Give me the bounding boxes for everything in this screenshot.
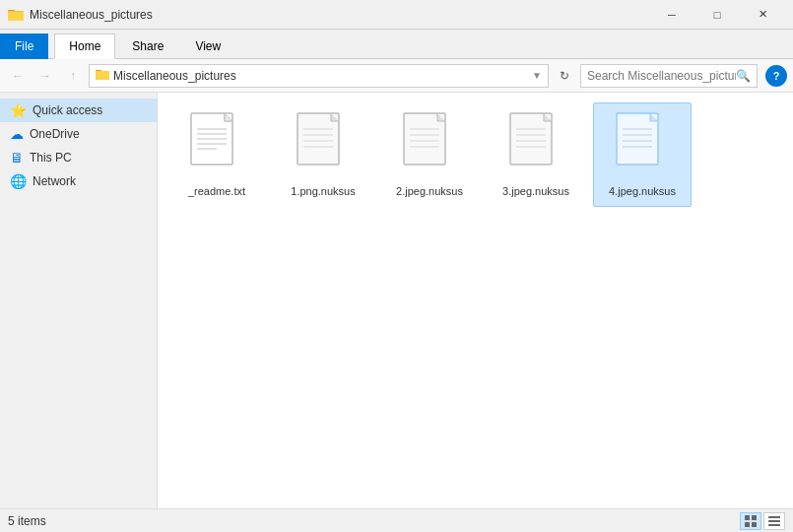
- svg-rect-48: [752, 515, 757, 520]
- svg-rect-2: [8, 12, 24, 21]
- svg-rect-49: [745, 522, 750, 527]
- close-button[interactable]: ✕: [740, 0, 785, 30]
- path-bar[interactable]: Miscellaneous_pictures ▼: [89, 64, 549, 88]
- file-item[interactable]: _readme.txt: [167, 102, 266, 207]
- sidebar-item-onedrive[interactable]: ☁ OneDrive: [0, 122, 157, 146]
- sidebar-item-network[interactable]: 🌐 Network: [0, 169, 157, 193]
- quick-access-icon: ⭐: [10, 102, 27, 118]
- maximize-button[interactable]: □: [694, 0, 740, 30]
- file-icon-nuksus1: [294, 111, 353, 180]
- file-item[interactable]: 1.png.nuksus: [274, 102, 372, 207]
- minimize-button[interactable]: ─: [649, 0, 694, 30]
- file-icon-nuksus2: [400, 111, 459, 180]
- window-title: Miscellaneous_pictures: [30, 8, 649, 22]
- tab-file[interactable]: File: [0, 33, 48, 59]
- path-dropdown[interactable]: ▼: [532, 70, 542, 81]
- file-name: _readme.txt: [188, 184, 245, 198]
- file-name: 3.jpeg.nuksus: [502, 184, 569, 198]
- file-area: _readme.txt 1.png.nuksus: [158, 93, 793, 508]
- file-icon-nuksus4: [613, 111, 672, 180]
- svg-rect-52: [768, 520, 780, 522]
- sidebar-item-label-this-pc: This PC: [30, 151, 72, 165]
- up-button[interactable]: ↑: [61, 64, 85, 88]
- file-name: 1.png.nuksus: [291, 184, 355, 198]
- network-icon: 🌐: [10, 173, 27, 189]
- file-item[interactable]: 2.jpeg.nuksus: [380, 102, 479, 207]
- search-bar[interactable]: 🔍: [580, 64, 758, 88]
- sidebar-item-quick-access[interactable]: ⭐ Quick access: [0, 99, 157, 122]
- back-button[interactable]: ←: [6, 64, 30, 88]
- sidebar-item-label-quick-access: Quick access: [33, 103, 102, 117]
- title-bar: Miscellaneous_pictures ─ □ ✕: [0, 0, 793, 30]
- help-button[interactable]: ?: [765, 65, 787, 87]
- sidebar-item-label-onedrive: OneDrive: [30, 127, 80, 141]
- file-icon-nuksus3: [506, 111, 565, 180]
- view-large-icons-button[interactable]: [740, 512, 761, 530]
- ribbon-tabs: File Home Share View: [0, 30, 793, 59]
- svg-rect-4: [96, 71, 109, 80]
- sidebar-item-this-pc[interactable]: 🖥 This PC: [0, 146, 157, 169]
- file-icon-txt: [187, 111, 246, 180]
- svg-rect-50: [752, 522, 757, 527]
- file-name: 2.jpeg.nuksus: [396, 184, 463, 198]
- refresh-button[interactable]: ↻: [553, 64, 576, 88]
- file-name: 4.jpeg.nuksus: [609, 184, 676, 198]
- sidebar-item-label-network: Network: [33, 174, 76, 188]
- window-controls: ─ □ ✕: [649, 0, 785, 30]
- main-area: ⭐ Quick access ☁ OneDrive 🖥 This PC 🌐 Ne…: [0, 93, 793, 508]
- tab-share[interactable]: Share: [117, 33, 178, 59]
- this-pc-icon: 🖥: [10, 150, 24, 166]
- address-bar: ← → ↑ Miscellaneous_pictures ▼ ↻ 🔍 ?: [0, 59, 793, 93]
- tab-view[interactable]: View: [180, 33, 235, 59]
- file-item[interactable]: 4.jpeg.nuksus: [593, 102, 692, 207]
- view-details-button[interactable]: [763, 512, 785, 530]
- file-item[interactable]: 3.jpeg.nuksus: [487, 102, 585, 207]
- sidebar: ⭐ Quick access ☁ OneDrive 🖥 This PC 🌐 Ne…: [0, 93, 158, 508]
- path-segment: Miscellaneous_pictures: [96, 67, 236, 84]
- search-input[interactable]: [587, 69, 736, 83]
- search-icon: 🔍: [736, 69, 751, 83]
- view-buttons: [740, 512, 785, 530]
- svg-rect-47: [745, 515, 750, 520]
- onedrive-icon: ☁: [10, 126, 24, 142]
- tab-home[interactable]: Home: [54, 33, 115, 59]
- forward-button[interactable]: →: [33, 64, 57, 88]
- svg-rect-51: [768, 516, 780, 518]
- item-count: 5 items: [8, 514, 46, 528]
- window-folder-icon: [8, 7, 24, 23]
- svg-rect-53: [768, 524, 780, 526]
- path-text: Miscellaneous_pictures: [113, 69, 236, 83]
- status-bar: 5 items: [0, 508, 793, 532]
- path-folder-icon: [96, 67, 109, 84]
